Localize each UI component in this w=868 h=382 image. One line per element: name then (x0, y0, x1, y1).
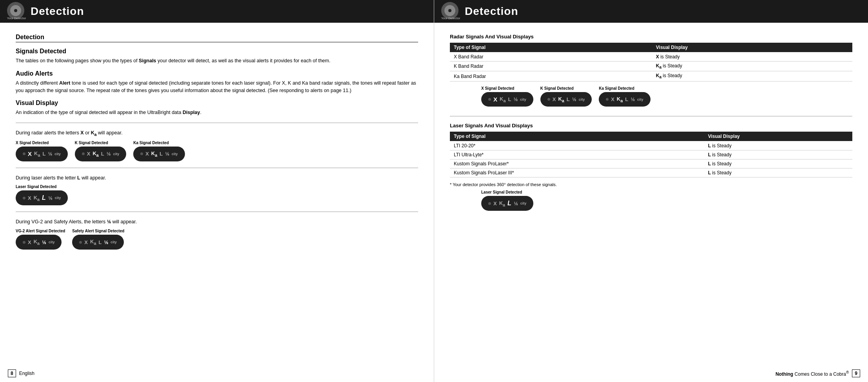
left-footer: 8 English (0, 365, 434, 382)
char-frac: ⅛ (48, 195, 53, 201)
left-footer-language: English (19, 371, 34, 376)
left-logo-text: Your Detector (7, 16, 26, 20)
divider-2 (16, 168, 418, 168)
laser-row-4-signal: Kustom Signals ProLaser III* (450, 168, 704, 177)
safety-signal-panel: X Ka L ⅛ city (72, 235, 123, 250)
right-radar-displays: X Signal Detected X Ka L ⅛ city K Signal… (481, 86, 852, 107)
x-signal-label: X Signal Detected (16, 141, 49, 145)
right-laser-displays: Laser Signal Detected X Ka L ⅛ city (481, 190, 852, 211)
char-x-active: X (28, 150, 32, 157)
right-ka-signal-label: Ka Signal Detected (599, 86, 634, 91)
display-dot (23, 241, 25, 244)
char-l: L (567, 96, 570, 102)
char-city: city (55, 196, 61, 200)
left-footer-left: 8 English (8, 369, 34, 377)
char-ka: Ka (499, 200, 505, 207)
right-x-signal-display: X Signal Detected X Ka L ⅛ city (481, 86, 533, 107)
radar-row-2-signal: K Band Radar (450, 62, 652, 71)
signals-detected-title: Signals Detected (16, 48, 418, 55)
right-page-number: 9 (852, 369, 860, 377)
right-k-signal-panel: X Ka L ⅛ city (540, 92, 592, 107)
right-footer-tagline-rest: Comes Close to a Cobra (793, 371, 846, 377)
right-content: Radar Signals And Visual Displays Type o… (434, 23, 868, 365)
radar-row-1-signal: X Band Radar (450, 52, 652, 62)
visual-display-title: Visual Display (16, 100, 418, 107)
left-page-number: 8 (8, 369, 16, 377)
safety-signal-label: Safety Alert Signal Detected (72, 229, 124, 233)
laser-signal-label: Laser Signal Detected (16, 185, 56, 189)
radar-row-2-display: Ka is Steady (652, 62, 852, 71)
laser-row-2-display: L is Steady (704, 150, 852, 159)
left-content: Detection Signals Detected The tables on… (0, 23, 434, 365)
char-ka-active2: Ka (151, 150, 157, 158)
char-ka: Ka (34, 150, 40, 158)
char-l-active: L (507, 200, 511, 207)
display-dot (23, 197, 25, 199)
divider-1 (16, 123, 418, 123)
display-dot (547, 98, 550, 101)
laser-signal-display: Laser Signal Detected X Ka L ⅛ city (16, 185, 68, 205)
table-row: Ka Band Radar Ka is Steady (450, 71, 852, 81)
safety-signal-display: Safety Alert Signal Detected X Ka L ⅛ ci… (72, 229, 124, 250)
right-footer-tagline: Nothing Comes Close to a Cobra® (776, 370, 849, 377)
laser-row-2-signal: LTI Ultra-Lyte* (450, 150, 704, 159)
laser-footnote: * Your detector provides 360° detection … (450, 182, 852, 187)
char-frac: ⅛ (631, 96, 635, 102)
radar-row-3-signal: Ka Band Radar (450, 71, 652, 81)
char-vg-active: ⅛ (42, 239, 46, 245)
char-ka-active2: Ka (617, 96, 623, 103)
radar-alert-text: During radar alerts the letters X or Ka … (16, 129, 418, 138)
char-x: X (553, 96, 556, 102)
right-logo: Your Detector (441, 2, 460, 21)
page-right: Your Detector Detection Radar Signals An… (434, 0, 868, 382)
char-vg-active2: ⅛ (104, 239, 108, 245)
right-x-signal-panel: X Ka L ⅛ city (481, 92, 533, 107)
right-ka-signal-panel: X Ka L ⅛ city (599, 92, 650, 107)
vg2-signal-display: VG-2 Alert Signal Detected X Ka ⅛ city (16, 229, 65, 250)
char-x: X (611, 96, 614, 102)
char-x: X (28, 195, 31, 201)
laser-displays: Laser Signal Detected X Ka L ⅛ city (16, 185, 418, 205)
char-ka: Ka (34, 195, 40, 202)
ka-signal-display: Ka Signal Detected X Ka L ⅛ city (133, 141, 185, 161)
k-signal-display: K Signal Detected X Ka L ⅛ city (75, 141, 126, 161)
vg-alert-text: During VG-2 and Safety Alerts, the lette… (16, 218, 418, 226)
char-l: L (625, 96, 628, 102)
k-signal-panel: X Ka L ⅛ city (75, 147, 126, 161)
right-k-signal-display: K Signal Detected X Ka L ⅛ city (540, 86, 592, 107)
laser-section-title: Laser Signals And Visual Displays (450, 123, 852, 129)
char-l: L (98, 239, 101, 245)
radar-table-header-row: Type of Signal Visual Display (450, 43, 852, 52)
radar-row-3-display: Ka is Steady (652, 71, 852, 81)
char-city: city (172, 152, 178, 156)
right-footer-right: Nothing Comes Close to a Cobra® 9 (442, 369, 860, 377)
char-city: city (520, 201, 527, 205)
x-signal-display: X Signal Detected X Ka L ⅛ city (16, 141, 68, 161)
radar-col-display: Visual Display (652, 43, 852, 52)
laser-row-1-signal: LTI 20-20* (450, 141, 704, 150)
char-city: city (520, 98, 526, 101)
display-dot (79, 241, 82, 244)
char-l: L (159, 151, 163, 157)
table-row: Kustom Signals ProLaser III* L is Steady (450, 168, 852, 177)
right-footer: Nothing Comes Close to a Cobra® 9 (434, 365, 868, 382)
char-l-active: L (42, 194, 46, 201)
x-signal-panel: X Ka L ⅛ city (16, 147, 68, 161)
display-dot (23, 152, 25, 155)
char-x: X (84, 239, 88, 245)
display-dot (606, 98, 609, 101)
right-footer-trademark: ® (846, 370, 849, 375)
right-x-signal-label: X Signal Detected (481, 86, 514, 91)
right-k-signal-label: K Signal Detected (540, 86, 574, 91)
char-x: X (145, 151, 149, 157)
char-city: city (111, 240, 117, 244)
page-left: Your Detector Detection Detection Signal… (0, 0, 434, 382)
laser-table-header-row: Type of Signal Visual Display (450, 132, 852, 141)
vg-displays: VG-2 Alert Signal Detected X Ka ⅛ city S… (16, 229, 418, 250)
char-x-active: X (493, 96, 497, 103)
char-frac: ⅛ (48, 151, 52, 157)
char-l: L (508, 96, 511, 102)
laser-row-1-display: L is Steady (704, 141, 852, 150)
laser-row-3-signal: Kustom Signals ProLaser* (450, 159, 704, 168)
char-city: city (637, 98, 643, 101)
